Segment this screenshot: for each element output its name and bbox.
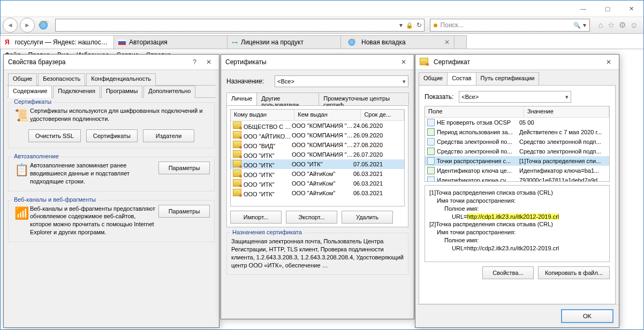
cert-icon <box>420 58 430 67</box>
group-legend: Веб-каналы и веб-фрагменты <box>12 196 98 203</box>
tab-programs[interactable]: Программы <box>101 86 142 98</box>
export-button[interactable]: Экспорт... <box>286 211 337 224</box>
purpose-label: Назначение: <box>226 78 264 85</box>
feeds-group: Веб-каналы и веб-фрагменты 📶 Веб-каналы … <box>8 200 215 242</box>
feedback-button[interactable] <box>630 20 638 30</box>
clear-ssl-button[interactable]: Очистить SSL <box>28 129 81 142</box>
fields-list[interactable]: ПолеЗначение НЕ проверять отзыв OCSP05 0… <box>425 106 610 182</box>
fields-header[interactable]: ПолеЗначение <box>425 106 609 118</box>
search-input[interactable]: Поиск... <box>430 19 590 32</box>
purpose-select[interactable]: <Все> <box>275 75 408 87</box>
dialog-close-button[interactable]: ✕ <box>203 58 215 66</box>
address-bar[interactable] <box>55 19 425 32</box>
dialog-title: Свойства браузера <box>8 58 186 66</box>
certificates-button[interactable]: Сертификаты <box>86 129 138 142</box>
dialog-title: Сертификат <box>434 58 600 66</box>
address-dropdown-icon[interactable] <box>399 21 403 29</box>
group-legend: Автозаполнение <box>12 153 61 159</box>
rss-icon: 📶 <box>13 205 30 222</box>
certificate-detail-dialog: Сертификат✕ Общие Состав Путь сертификац… <box>415 54 619 328</box>
refresh-button[interactable] <box>416 21 422 29</box>
window-maximize-button[interactable] <box>595 1 619 17</box>
field-row[interactable]: Средства электронной по...Средство элект… <box>425 137 609 147</box>
certificate-row[interactable]: ООО "ВИД"ООО "КОМПАНИЯ "Т...27.08.2020 <box>231 140 404 150</box>
field-row[interactable]: Средство электронной по...Средство элект… <box>425 147 609 156</box>
tab-connections[interactable]: Подключения <box>53 86 100 98</box>
certificate-row[interactable]: ООО "ИТК"ООО "АйтиКом"06.03.2021 <box>231 179 404 188</box>
tab-new[interactable]: Новая вкладка✕ <box>340 35 454 49</box>
field-row[interactable]: НЕ проверять отзыв OCSP05 00 <box>425 118 609 127</box>
group-legend: Сертификаты <box>12 98 54 105</box>
cert-detail-tab-details[interactable]: Состав <box>447 72 476 85</box>
new-tab-button[interactable] <box>454 35 467 49</box>
field-row[interactable]: Идентификатор ключа це...Идентификатор к… <box>425 166 609 175</box>
tab-general[interactable]: Общие <box>8 73 37 86</box>
back-button[interactable]: ◄ <box>3 18 18 33</box>
field-row[interactable]: Идентификатор ключа су...793000c1e67811a… <box>425 175 609 182</box>
lock-icon <box>406 21 413 29</box>
tab-strip: Ягосуслуги — Яндекс: нашлос… Авторизация… <box>1 34 643 49</box>
dialog-help-button[interactable]: ? <box>190 58 200 66</box>
forward-button[interactable]: ► <box>20 18 35 33</box>
dialog-close-button[interactable]: ✕ <box>603 58 615 66</box>
tab-close-icon[interactable]: ✕ <box>444 39 450 46</box>
favorites-button[interactable] <box>608 20 615 30</box>
group-legend: Назначения сертификата <box>230 229 304 235</box>
import-button[interactable]: Импорт... <box>230 211 282 224</box>
window-close-button[interactable] <box>619 1 643 17</box>
certificate-icon: 📜 <box>13 107 30 124</box>
cert-detail-tab-path[interactable]: Путь сертификации <box>476 72 540 85</box>
cert-tab-other[interactable]: Другие пользователи <box>256 93 319 105</box>
ie-window: ◄ ► Поиск... Ягосуслуги — Яндекс: нашлос… <box>0 0 644 330</box>
field-detail-box[interactable]: [1]Точка распределения списка отзыва (CR… <box>425 185 610 262</box>
certificates-dialog: Сертификаты✕ Назначение: <Все> Личные Др… <box>221 54 414 319</box>
warning-icon <box>434 24 437 27</box>
cert-tab-intermediate[interactable]: Промежуточные центры сертиф <box>319 93 409 105</box>
publishers-button[interactable]: Издатели <box>143 129 194 142</box>
certificate-row[interactable]: ООО "АЙТИКОМ К...ООО "КОМПАНИЯ "Т...26.0… <box>231 131 404 140</box>
certificates-list[interactable]: Кому выданКем выданСрок де... ОБЩЕСТВО С… <box>230 109 405 206</box>
window-minimize-button[interactable] <box>571 1 595 17</box>
feeds-settings-button[interactable]: Параметры <box>158 205 210 218</box>
field-row[interactable]: Период использования за...Действителен с… <box>425 127 609 137</box>
cert-tab-personal[interactable]: Личные <box>226 93 257 105</box>
certificate-row[interactable]: ООО "ИТК"ООО "АйтиКом"06.03.2021 <box>231 188 404 198</box>
internet-options-dialog: Свойства браузера?✕ Общие Безопасность К… <box>3 54 219 328</box>
tab-yandex[interactable]: Ягосуслуги — Яндекс: нашлос… <box>0 35 114 49</box>
cert-purposes-group: Назначения сертификата Защищенная электр… <box>226 233 408 275</box>
cert-detail-tab-general[interactable]: Общие <box>419 72 448 85</box>
navbar: ◄ ► Поиск... <box>1 17 643 34</box>
show-select[interactable]: <Все> <box>459 91 571 103</box>
certificate-row[interactable]: ООО "ИТК"ООО "АйтиКом"06.03.2021 <box>231 169 404 179</box>
tab-advanced[interactable]: Дополнительно <box>143 86 195 98</box>
ok-button[interactable]: OK <box>561 309 613 323</box>
titlebar <box>1 1 643 17</box>
autofill-icon: 📋 <box>13 162 30 179</box>
autocomplete-settings-button[interactable]: Параметры <box>158 162 210 174</box>
tab-content[interactable]: Содержание <box>8 86 52 98</box>
tab-licenses[interactable]: ⊶Лицензии на продукт <box>227 35 341 49</box>
show-label: Показать: <box>425 93 453 101</box>
certificate-row[interactable]: ОБЩЕСТВО С ОГР...ООО "КОМПАНИЯ "Т...24.0… <box>231 121 404 131</box>
tab-auth[interactable]: Авторизация <box>113 35 228 49</box>
delete-button[interactable]: Удалить <box>342 211 393 224</box>
search-icon[interactable] <box>573 21 581 29</box>
certificate-row[interactable]: ООО "ИТК"ООО "ИТК"07.05.2021 <box>231 159 404 169</box>
dialog-close-button[interactable]: ✕ <box>398 58 410 66</box>
highlighted-crl-url: http://cdp1.itk23.ru/itk2012-2019.crl <box>467 213 559 220</box>
copy-to-file-button[interactable]: Копировать в файл... <box>538 266 610 279</box>
certificate-row[interactable]: ООО "ИТК"ООО "КОМПАНИЯ "Т...26.07.2020 <box>231 150 404 159</box>
flag-icon <box>118 40 126 45</box>
settings-button[interactable] <box>619 20 626 30</box>
certificates-group: Сертификаты 📜 Сертификаты используются д… <box>8 102 215 148</box>
properties-button[interactable]: Свойства... <box>482 266 534 279</box>
ie-icon <box>39 21 48 29</box>
dialog-title: Сертификаты <box>225 58 395 66</box>
search-dropdown-icon[interactable] <box>583 21 586 29</box>
field-row[interactable]: Точки распространения с...[1]Точка распр… <box>425 156 609 166</box>
list-header[interactable]: Кому выданКем выданСрок де... <box>231 110 404 121</box>
tab-privacy[interactable]: Конфиденциальность <box>86 73 156 86</box>
tab-security[interactable]: Безопасность <box>38 73 85 86</box>
autocomplete-group: Автозаполнение 📋 Автозаполнение запомина… <box>8 157 215 191</box>
home-button[interactable] <box>598 20 603 30</box>
